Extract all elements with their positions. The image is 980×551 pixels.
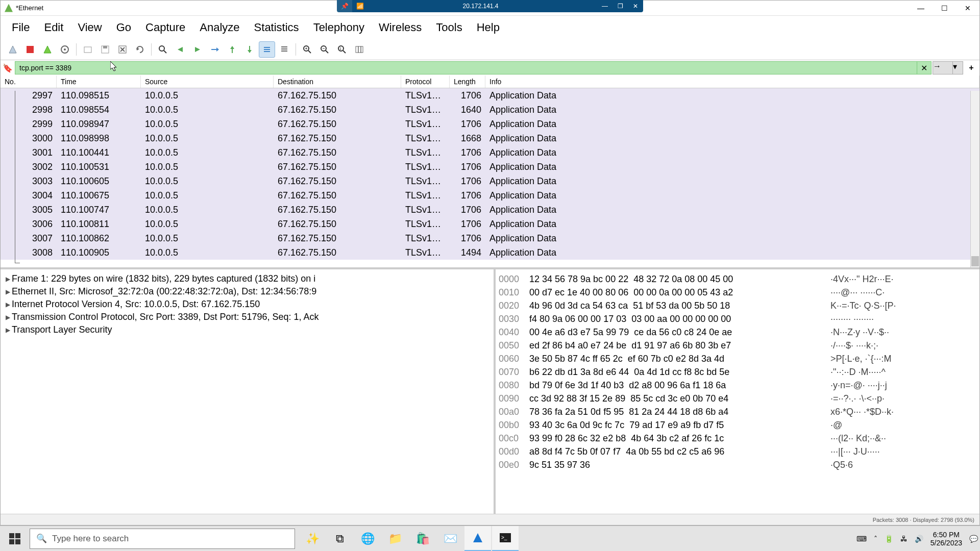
detail-frame[interactable]: ▶Frame 1: 229 bytes on wire (1832 bits),… xyxy=(4,272,491,285)
column-header-protocol[interactable]: Protocol xyxy=(401,76,450,88)
expand-icon[interactable]: ▶ xyxy=(4,327,12,334)
menu-statistics[interactable]: Statistics xyxy=(247,18,306,37)
byte-row[interactable]: 00a078 36 fa 2a 51 0d f5 95 81 2a 24 44 … xyxy=(499,405,976,418)
byte-row[interactable]: 00b093 40 3c 6a 0d 9c fc 7c 79 ad 17 e9 … xyxy=(499,418,976,432)
auto-scroll-button[interactable] xyxy=(259,41,275,58)
packet-row[interactable]: 3001110.10044110.0.0.567.162.75.150TLSv1… xyxy=(1,145,979,160)
menu-edit[interactable]: Edit xyxy=(37,18,70,37)
packet-row[interactable]: 3003110.10060510.0.0.567.162.75.150TLSv1… xyxy=(1,174,979,188)
rdp-restore-button[interactable]: ❐ xyxy=(612,3,628,10)
start-capture-button[interactable] xyxy=(5,41,21,58)
rdp-pin-icon[interactable]: 📌 xyxy=(337,0,352,12)
cmd-taskbar-icon[interactable]: >_ xyxy=(492,526,519,552)
go-to-last-button[interactable] xyxy=(241,41,258,58)
cortana-icon[interactable]: ✨ xyxy=(299,526,326,552)
column-header-destination[interactable]: Destination xyxy=(274,76,401,88)
filter-add-button[interactable]: + xyxy=(965,61,977,74)
capture-options-button[interactable] xyxy=(57,41,73,58)
notifications-icon[interactable]: 💬 xyxy=(969,535,978,543)
packet-row[interactable]: 3000110.09899810.0.0.567.162.75.150TLSv1… xyxy=(1,131,979,145)
packet-row[interactable]: 2998110.09855410.0.0.567.162.75.150TLSv1… xyxy=(1,103,979,117)
expand-icon[interactable]: ▶ xyxy=(4,301,12,308)
network-icon[interactable]: 🖧 xyxy=(900,535,908,543)
edge-icon[interactable]: 🌐 xyxy=(354,526,381,552)
stop-capture-button[interactable] xyxy=(22,41,38,58)
start-button[interactable] xyxy=(0,526,30,552)
go-back-button[interactable] xyxy=(172,41,188,58)
tray-clock[interactable]: 6:50 PM 5/26/2023 xyxy=(930,531,962,547)
menu-file[interactable]: File xyxy=(5,18,37,37)
byte-row[interactable]: 0070b6 22 db d1 3a 8d e6 44 0a 4d 1d cc … xyxy=(499,365,976,379)
menu-telephony[interactable]: Telephony xyxy=(306,18,372,37)
byte-row[interactable]: 0090cc 3d 92 88 3f 15 2e 89 85 5c cd 3c … xyxy=(499,392,976,405)
packet-bytes-pane[interactable]: 000012 34 56 78 9a bc 00 22 48 32 72 0a … xyxy=(496,269,979,514)
close-file-button[interactable] xyxy=(114,41,131,58)
window-maximize-button[interactable]: ☐ xyxy=(933,1,956,16)
column-header-no[interactable]: No. xyxy=(1,76,57,88)
detail-ip[interactable]: ▶Internet Protocol Version 4, Src: 10.0.… xyxy=(4,298,491,311)
mail-icon[interactable]: ✉️ xyxy=(437,526,463,552)
menu-wireless[interactable]: Wireless xyxy=(372,18,429,37)
store-icon[interactable]: 🛍️ xyxy=(409,526,436,552)
detail-tcp[interactable]: ▶Transmission Control Protocol, Src Port… xyxy=(4,311,491,323)
byte-row[interactable]: 00d0a8 8d f4 7c 5b 0f 07 f7 4a 0b 55 bd … xyxy=(499,445,976,458)
rdp-close-button[interactable]: ✕ xyxy=(628,3,643,10)
packet-list-scrollbar[interactable] xyxy=(970,91,979,267)
zoom-reset-button[interactable]: 1 xyxy=(334,41,350,58)
byte-row[interactable]: 0050ed 2f 86 b4 a0 e7 24 be d1 91 97 a6 … xyxy=(499,339,976,352)
zoom-in-button[interactable] xyxy=(299,41,315,58)
colorize-button[interactable] xyxy=(276,41,292,58)
menu-view[interactable]: View xyxy=(70,18,109,37)
byte-row[interactable]: 0030f4 80 9a 06 00 00 17 03 03 00 aa 00 … xyxy=(499,312,976,325)
packet-row[interactable]: 2997110.09851510.0.0.567.162.75.150TLSv1… xyxy=(1,88,979,103)
packet-row[interactable]: 3004110.10067510.0.0.567.162.75.150TLSv1… xyxy=(1,188,979,203)
menu-go[interactable]: Go xyxy=(109,18,138,37)
expand-icon[interactable]: ▶ xyxy=(4,314,12,321)
zoom-out-button[interactable] xyxy=(316,41,333,58)
scrollbar-thumb[interactable] xyxy=(971,256,979,266)
byte-row[interactable]: 004000 4e a6 d3 e7 5a 99 79 ce da 56 c0 … xyxy=(499,325,976,339)
restart-capture-button[interactable] xyxy=(39,41,56,58)
menu-tools[interactable]: Tools xyxy=(429,18,469,37)
byte-row[interactable]: 00204b 96 0d 3d ca 54 63 ca 51 bf 53 da … xyxy=(499,299,976,312)
byte-row[interactable]: 001000 d7 ec 1e 40 00 80 06 00 00 0a 00 … xyxy=(499,286,976,299)
wireshark-taskbar-icon[interactable] xyxy=(464,526,491,552)
column-header-length[interactable]: Length xyxy=(450,76,485,88)
packet-row[interactable]: 3007110.10086210.0.0.567.162.75.150TLSv1… xyxy=(1,231,979,245)
expand-icon[interactable]: ▶ xyxy=(4,288,12,295)
expand-icon[interactable]: ▶ xyxy=(4,276,12,283)
packet-row[interactable]: 2999110.09894710.0.0.567.162.75.150TLSv1… xyxy=(1,117,979,131)
byte-row[interactable]: 00c093 99 f0 28 6c 32 e2 b8 4b 64 3b c2 … xyxy=(499,432,976,445)
window-minimize-button[interactable]: — xyxy=(909,1,933,16)
packet-row[interactable]: 3008110.10090510.0.0.567.162.75.150TLSv1… xyxy=(1,245,979,260)
column-header-time[interactable]: Time xyxy=(57,76,141,88)
detail-ethernet[interactable]: ▶Ethernet II, Src: Microsof_32:72:0a (00… xyxy=(4,285,491,298)
find-packet-button[interactable] xyxy=(155,41,171,58)
volume-icon[interactable]: 🔊 xyxy=(915,535,923,543)
open-file-button[interactable] xyxy=(80,41,96,58)
packet-row[interactable]: 3005110.10074710.0.0.567.162.75.150TLSv1… xyxy=(1,203,979,217)
window-close-button[interactable]: ✕ xyxy=(956,1,979,16)
rdp-minimize-button[interactable]: — xyxy=(597,3,612,10)
battery-icon[interactable]: 🔋 xyxy=(885,535,893,543)
display-filter-input[interactable] xyxy=(15,61,917,74)
column-header-info[interactable]: Info xyxy=(485,76,979,88)
save-file-button[interactable] xyxy=(97,41,113,58)
go-forward-button[interactable] xyxy=(189,41,206,58)
packet-row[interactable]: 3006110.10081110.0.0.567.162.75.150TLSv1… xyxy=(1,217,979,231)
filter-history-dropdown[interactable]: ▾ xyxy=(953,61,963,74)
filter-clear-button[interactable]: ✕ xyxy=(917,61,932,74)
resize-columns-button[interactable] xyxy=(351,41,368,58)
menu-capture[interactable]: Capture xyxy=(138,18,192,37)
file-explorer-icon[interactable]: 📁 xyxy=(382,526,408,552)
byte-row[interactable]: 0080bd 79 0f 6e 3d 1f 40 b3 d2 a8 00 96 … xyxy=(499,379,976,392)
bookmark-icon[interactable]: 🔖 xyxy=(3,62,13,74)
packet-row[interactable]: 3002110.10053110.0.0.567.162.75.150TLSv1… xyxy=(1,160,979,174)
go-to-packet-button[interactable] xyxy=(207,41,223,58)
byte-row[interactable]: 00603e 50 5b 87 4c ff 65 2c ef 60 7b c0 … xyxy=(499,352,976,365)
filter-apply-button[interactable]: → xyxy=(933,61,953,74)
tray-chevron-icon[interactable]: ˄ xyxy=(874,535,877,543)
detail-tls[interactable]: ▶Transport Layer Security xyxy=(4,323,491,336)
menu-help[interactable]: Help xyxy=(470,18,507,37)
column-header-source[interactable]: Source xyxy=(141,76,274,88)
